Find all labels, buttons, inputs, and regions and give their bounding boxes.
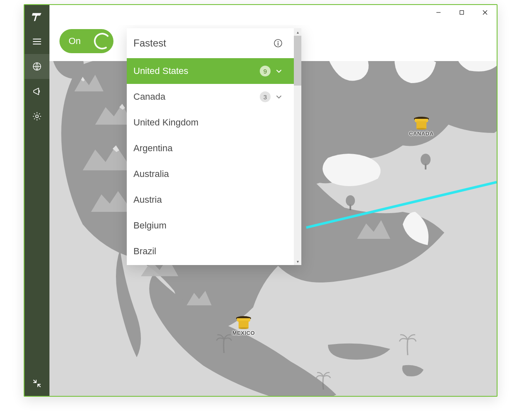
sidebar-item-collapse[interactable]	[25, 371, 49, 396]
maximize-icon	[459, 10, 464, 15]
svg-rect-10	[350, 204, 351, 210]
location-label: United States	[133, 66, 260, 76]
location-label: Argentina	[133, 143, 283, 154]
svg-point-15	[416, 128, 426, 130]
palm-decoration	[315, 370, 331, 390]
sidebar-item-locations[interactable]	[25, 54, 49, 79]
map-marker-canada[interactable]: CANADA	[409, 116, 433, 137]
location-item-argentina[interactable]: Argentina	[127, 135, 294, 161]
location-item-australia[interactable]: Australia	[127, 161, 294, 187]
svg-point-20	[239, 327, 249, 329]
svg-rect-14	[416, 121, 426, 129]
globe-icon	[32, 61, 42, 71]
app-logo	[25, 5, 49, 29]
svg-rect-19	[239, 321, 249, 328]
mountain-decoration	[91, 191, 133, 212]
server-count-badge: 9	[260, 66, 271, 76]
svg-rect-8	[425, 164, 426, 169]
window-close-button[interactable]	[473, 5, 497, 20]
location-label: Australia	[133, 169, 283, 179]
marker-label: CANADA	[409, 130, 433, 137]
marker-label: MEXICO	[232, 330, 255, 336]
location-item-belgium[interactable]: Belgium	[127, 213, 294, 238]
minimize-icon	[436, 10, 441, 15]
map-marker-mexico[interactable]: MEXICO	[232, 316, 255, 336]
location-dropdown: Fastest United States 9 Canada 3 United …	[127, 28, 301, 265]
mountain-decoration	[187, 291, 212, 305]
tree-decoration	[419, 154, 432, 170]
menu-button[interactable]	[25, 29, 49, 54]
location-item-united-kingdom[interactable]: United Kingdom	[127, 110, 294, 135]
toggle-knob-icon	[94, 32, 111, 50]
location-item-united-states[interactable]: United States 9	[127, 58, 294, 84]
scroll-down-icon[interactable]: ▾	[294, 258, 301, 265]
toggle-label: On	[69, 36, 81, 47]
palm-decoration	[216, 332, 232, 353]
info-icon[interactable]	[273, 38, 283, 48]
megaphone-icon	[32, 86, 42, 96]
server-count-badge: 3	[260, 91, 271, 102]
svg-point-7	[421, 154, 431, 165]
gear-icon	[32, 111, 42, 121]
dropdown-scrollbar[interactable]: ▴ ▾	[294, 28, 301, 265]
location-label: Belgium	[133, 220, 283, 231]
scroll-up-icon[interactable]: ▴	[294, 28, 301, 36]
svg-point-5	[278, 41, 278, 42]
mountain-decoration	[74, 75, 103, 91]
pipe-icon	[413, 116, 430, 130]
scroll-thumb[interactable]	[294, 36, 301, 86]
mountain-decoration	[357, 220, 390, 239]
mountain-decoration	[83, 145, 133, 170]
svg-rect-2	[460, 11, 464, 15]
location-label: Brazil	[133, 246, 283, 257]
collapse-icon	[32, 378, 42, 388]
sidebar-item-settings[interactable]	[25, 104, 49, 129]
connection-toggle[interactable]: On	[59, 29, 113, 53]
location-label: Austria	[133, 194, 283, 205]
location-item-fastest[interactable]: Fastest	[127, 28, 294, 58]
svg-point-3	[94, 32, 111, 50]
close-icon	[482, 10, 488, 15]
sidebar-item-notifications[interactable]	[25, 79, 49, 104]
location-item-austria[interactable]: Austria	[127, 187, 294, 213]
chevron-down-icon	[275, 67, 283, 75]
location-label: United Kingdom	[133, 117, 283, 128]
location-label: Canada	[133, 91, 260, 102]
tree-decoration	[345, 195, 356, 211]
location-item-brazil[interactable]: Brazil	[127, 238, 294, 264]
app-window: On Fastest United States 9 Canada 3	[24, 4, 498, 397]
sidebar	[25, 5, 49, 396]
location-label: Fastest	[133, 37, 273, 49]
chevron-down-icon	[275, 93, 283, 101]
location-item-canada[interactable]: Canada 3	[127, 84, 294, 110]
titlebar	[49, 5, 497, 25]
pipe-icon	[235, 316, 252, 329]
svg-point-1	[36, 115, 38, 118]
window-maximize-button[interactable]	[450, 5, 473, 20]
hamburger-icon	[32, 37, 42, 47]
window-minimize-button[interactable]	[427, 5, 450, 20]
palm-decoration	[399, 332, 417, 355]
main-area: On Fastest United States 9 Canada 3	[49, 5, 497, 396]
